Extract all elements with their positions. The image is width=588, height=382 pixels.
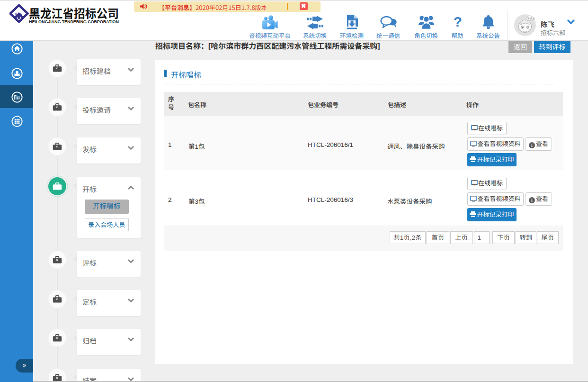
- svg-text:学真班: 学真班: [527, 17, 535, 20]
- svg-text:H T C: H T C: [15, 12, 22, 15]
- svg-text:HEILONGJIANG TENDERING CORPORA: HEILONGJIANG TENDERING CORPORATION: [29, 19, 119, 24]
